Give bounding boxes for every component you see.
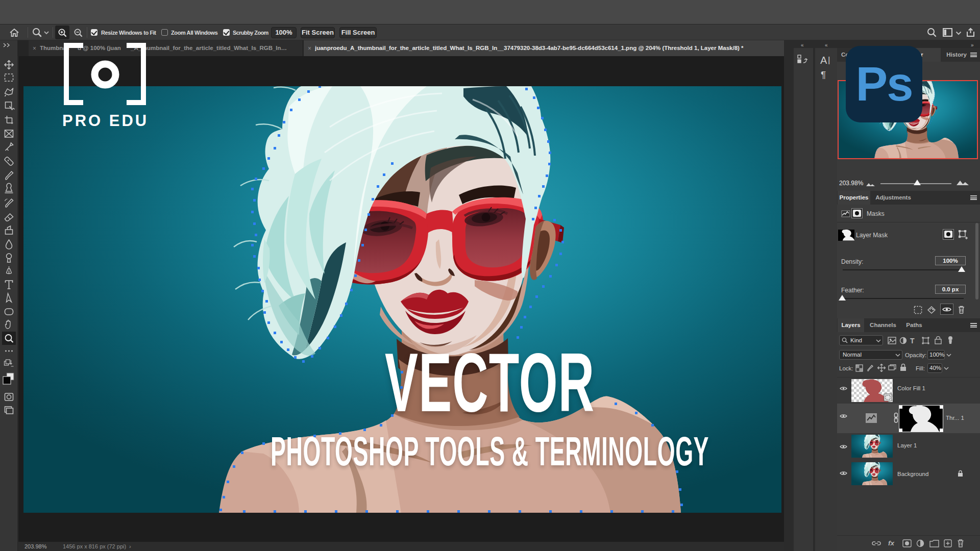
svg-text:¶: ¶ <box>821 69 826 80</box>
svg-text:|: | <box>828 55 830 65</box>
svg-text:A: A <box>820 55 827 66</box>
svg-text:PRO EDU: PRO EDU <box>62 112 149 130</box>
